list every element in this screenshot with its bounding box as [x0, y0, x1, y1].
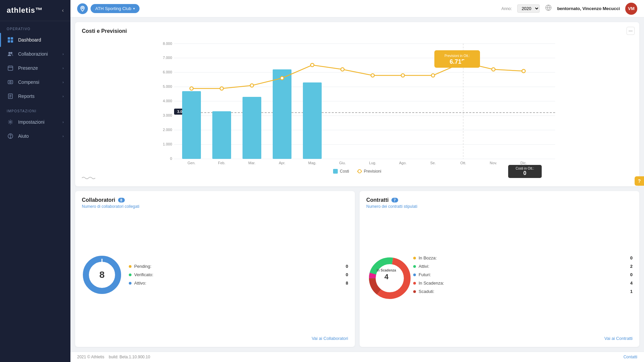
verificato-label: Verificato:	[134, 272, 339, 277]
topbar: ATH Sporting Club ▾ Anno: 2020 2021 2019…	[70, 0, 644, 17]
contratti-donut: In Scadenza 4	[366, 255, 407, 295]
svg-text:Ago.: Ago.	[399, 161, 407, 165]
svg-point-51	[280, 76, 284, 80]
sidebar-item-aiuto-label: Aiuto	[18, 133, 29, 139]
sidebar-item-compensi-label: Compensi	[18, 79, 39, 85]
anno-select[interactable]: 2020 2021 2019	[517, 4, 540, 13]
pending-dot	[129, 265, 131, 268]
user-avatar[interactable]: VM	[625, 3, 637, 15]
collaboratori-stats: Pending: 0 Verificato: 0 Attivo: 8	[129, 264, 348, 286]
attivo-dot	[129, 282, 131, 285]
collaboratori-title: Collaboratori 8	[82, 197, 348, 203]
pending-value: 0	[341, 264, 348, 269]
chevron-right-icon: ›	[62, 52, 64, 56]
sidebar-item-collaborazioni-label: Collaborazioni	[18, 51, 48, 57]
sidebar-item-impostazioni[interactable]: Impostazioni ›	[0, 115, 70, 129]
content-area: Costi e Previsioni — 8.000 7.000 6.000 5…	[70, 17, 644, 362]
club-selector-button[interactable]: ATH Sporting Club ▾	[91, 4, 140, 13]
in-bozza-value: 0	[626, 255, 633, 260]
chart-wave-icon	[82, 176, 633, 182]
calendar-icon	[7, 64, 14, 72]
help-floating-button[interactable]: ?	[635, 176, 644, 186]
svg-text:3.000: 3.000	[163, 113, 172, 117]
sidebar-item-dashboard[interactable]: Dashboard	[0, 33, 70, 47]
in-scadenza-value: 4	[626, 281, 633, 286]
sidebar-section-operativo: OPERATIVO	[0, 21, 70, 33]
costs-chart-card: Costi e Previsioni — 8.000 7.000 6.000 5…	[75, 22, 639, 186]
sidebar-collapse-button[interactable]: ‹	[62, 7, 64, 13]
svg-rect-6	[8, 66, 13, 70]
topbar-right: Anno: 2020 2021 2019 bentornato, Vincenz…	[501, 3, 637, 15]
contratti-stats: In Bozza: 0 Attivi: 2 Futuri: 0	[413, 255, 633, 294]
contratti-badge: 7	[391, 198, 398, 202]
in-bozza-dot	[413, 257, 416, 259]
svg-point-50	[250, 84, 254, 87]
collaboratori-link[interactable]: Vai ai Collaboratori	[82, 336, 348, 341]
svg-rect-1	[11, 37, 13, 40]
legend-previsioni-icon	[357, 171, 362, 172]
pending-label: Pending:	[134, 264, 339, 269]
sidebar-item-dashboard-label: Dashboard	[18, 37, 41, 43]
chevron-right-icon-2: ›	[62, 66, 64, 70]
futuri-value: 0	[626, 272, 633, 277]
svg-rect-2	[8, 40, 10, 43]
svg-point-56	[431, 74, 435, 77]
svg-text:2.000: 2.000	[163, 128, 172, 132]
chevron-right-icon-6: ›	[62, 134, 64, 138]
svg-point-58	[492, 68, 495, 71]
help-icon	[7, 132, 14, 140]
club-chevron-icon: ▾	[133, 7, 135, 10]
attivo-value: 8	[341, 281, 348, 286]
group-icon	[7, 50, 14, 58]
in-bozza-label: In Bozza:	[419, 255, 623, 260]
svg-text:Nov.: Nov.	[490, 161, 497, 165]
stat-pending: Pending: 0	[129, 264, 348, 269]
sidebar-item-compensi[interactable]: Compensi ›	[0, 75, 70, 89]
svg-text:Previsioni in Ott.:: Previsioni in Ott.:	[444, 54, 470, 58]
contratti-center-label: In Scadenza	[377, 268, 396, 273]
svg-rect-47	[303, 82, 322, 159]
sidebar-item-aiuto[interactable]: Aiuto ›	[0, 129, 70, 143]
settings-icon	[7, 118, 14, 126]
chart-expand-button[interactable]: —	[627, 27, 635, 35]
stat-attivo: Attivo: 8	[129, 281, 348, 286]
stat-in-bozza: In Bozza: 0	[413, 255, 633, 260]
legend-costs: Costi	[333, 169, 349, 174]
footer-contact-link[interactable]: Contatti	[624, 355, 637, 359]
chevron-right-icon-4: ›	[62, 94, 64, 98]
reports-icon	[7, 93, 14, 100]
svg-point-4	[8, 52, 10, 54]
sidebar-item-collaborazioni[interactable]: Collaborazioni ›	[0, 47, 70, 61]
scaduti-label: Scaduti:	[419, 289, 623, 294]
collaboratori-donut: 8	[82, 255, 122, 295]
topbar-icons	[545, 4, 552, 13]
user-greeting: bentornato, Vincenzo Mecucci	[557, 6, 620, 11]
chevron-right-icon-5: ›	[62, 120, 64, 124]
svg-point-64	[461, 60, 465, 64]
sidebar-item-presenze[interactable]: Presenze ›	[0, 61, 70, 75]
svg-point-52	[311, 63, 314, 67]
legend-costs-icon	[333, 169, 338, 174]
in-scadenza-dot	[413, 282, 416, 285]
club-logo-icon	[77, 3, 88, 14]
verificato-dot	[129, 274, 131, 276]
sidebar-item-reports[interactable]: Reports ›	[0, 89, 70, 103]
svg-text:8.000: 8.000	[163, 42, 172, 46]
network-icon[interactable]	[545, 4, 552, 13]
svg-text:Se.: Se.	[430, 161, 436, 165]
money-icon	[7, 78, 14, 86]
attivo-label: Attivo:	[134, 281, 339, 286]
svg-point-53	[341, 68, 344, 71]
collaboratori-card: Collaboratori 8 Numero di collaboratori …	[75, 191, 355, 347]
svg-rect-3	[11, 40, 13, 43]
svg-text:Dic.: Dic.	[521, 161, 527, 165]
dashboard-icon	[7, 36, 14, 44]
footer-copyright: 2021 © Athletis build: Beta.1.10.900.10	[77, 355, 150, 359]
chevron-right-icon-3: ›	[62, 80, 64, 84]
scaduti-dot	[413, 290, 416, 293]
svg-point-55	[401, 74, 405, 77]
contratti-link[interactable]: Vai ai Contratti	[366, 336, 633, 341]
stat-futuri: Futuri: 0	[413, 272, 633, 277]
svg-text:Ott.: Ott.	[460, 161, 466, 165]
svg-text:1.000: 1.000	[163, 142, 172, 146]
